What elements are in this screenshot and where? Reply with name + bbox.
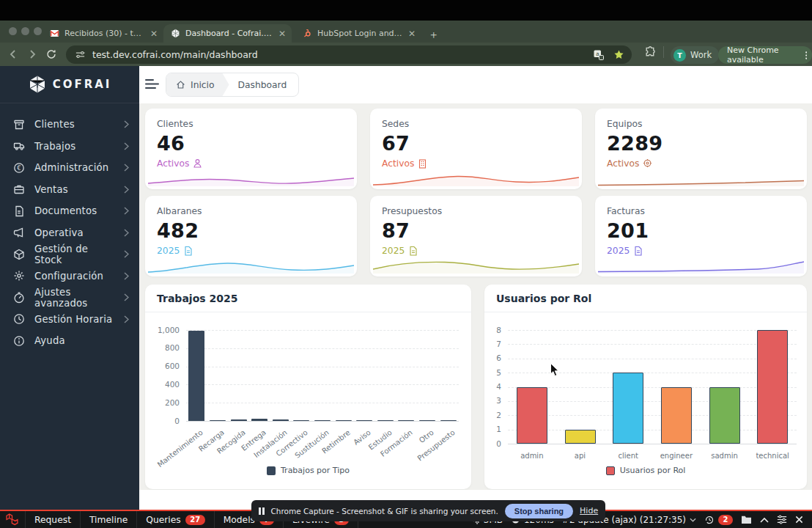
sidebar-item-gesti-n-de-stock[interactable]: Gestión de Stock [0,243,139,265]
sidebar-item-label: Gestión de Stock [34,243,114,265]
y-tick-label: 600 [145,362,180,370]
card-title: Albaranes [157,206,345,216]
breadcrumb: Inicio Dashboard [166,73,299,97]
bar-instalación[interactable] [273,419,289,421]
sidebar-item-ajustes-avanzados[interactable]: Ajustes avanzados [0,287,139,309]
bar-recogida[interactable] [231,419,247,421]
debugbar-tab-request[interactable]: Request [25,511,81,528]
sidebar-item-configuraci-n[interactable]: Configuración [0,265,139,287]
bar-presupuesto[interactable] [440,420,457,422]
hubspot-favicon [303,29,312,38]
tab-cofrai-dashboard[interactable]: Dashboard - Cofrai.com Soft ✕ [163,24,292,43]
bar-api[interactable] [565,430,596,444]
forward-icon[interactable] [26,48,38,60]
gridline [508,415,797,416]
hamburger-menu-icon[interactable] [145,78,159,89]
sparkline [373,167,579,186]
traffic-light-close[interactable] [9,27,17,35]
sidebar-menu: Clientes Trabajos€ Administración Ventas… [0,103,139,352]
address-bar[interactable]: test.dev.cofrai.com/main/dashboard a [66,45,632,64]
extensions-puzzle-icon[interactable] [644,45,657,58]
y-tick-label: 8 [484,326,501,334]
sparkline [148,167,354,186]
sales-briefcase-icon [13,183,25,195]
trabajos-chart-plot[interactable]: 02004006008001,000MantenimientoRecargaRe… [145,312,471,459]
bar-sustitución[interactable] [314,420,331,422]
bar-formación[interactable] [398,420,414,422]
sidebar-item-trabajos[interactable]: Trabajos [0,136,139,158]
bar-engineer[interactable] [661,387,692,444]
collapse-up-icon[interactable] [760,517,769,523]
chevron-right-icon [124,164,129,172]
chart-legend[interactable]: Usuarios por Rol [484,466,807,475]
bar-recarga[interactable] [210,420,226,422]
sidebar-item-label: Configuración [34,271,114,282]
bar-aviso[interactable] [356,420,372,422]
stop-sharing-button[interactable]: Stop sharing [505,504,573,518]
chevron-right-icon [124,315,129,323]
bookmark-star-icon[interactable] [613,49,624,60]
sidebar-item-documentos[interactable]: Documentos [0,200,139,222]
legend-label: Usuarios por Rol [620,466,686,475]
sidebar-item-ayuda[interactable]: Ayuda [0,330,139,352]
sidebar-item-clientes[interactable]: Clientes [0,114,139,136]
site-info-icon[interactable] [75,49,86,60]
gridline [508,359,797,359]
bar-correctivo[interactable] [293,420,309,422]
bar-admin[interactable] [517,387,547,444]
debugbar-tab-queries[interactable]: Queries27 [137,511,214,528]
tab-close-icon[interactable]: ✕ [278,29,286,38]
settings-sliders-icon[interactable] [777,515,787,524]
gridline [186,348,459,349]
close-icon[interactable] [795,516,803,524]
back-icon[interactable] [7,48,19,60]
sparkline [598,167,804,186]
profile-chip[interactable]: T Work [671,46,719,64]
history-button[interactable]: 2 [704,515,733,525]
tab-hubspot[interactable]: HubSpot Login and Sign in ✕ [295,24,421,43]
bar-entrega[interactable] [251,419,267,421]
browser-tab-strip: Recibidos (30) - tduclos@co ✕ Dashboard … [0,21,812,43]
stock-package-icon [13,249,25,260]
bar-sadmin[interactable] [709,387,740,444]
tab-close-icon[interactable]: ✕ [408,29,416,38]
y-tick-label: 1,000 [145,326,180,334]
breadcrumb-home[interactable]: Inicio [166,73,229,96]
bar-mantenimiento[interactable] [188,331,204,421]
sidebar-item-gesti-n-horaria[interactable]: Gestión Horaria [0,309,139,331]
debugbar-tab-timeline[interactable]: Timeline [81,511,137,528]
sidebar-item-operativa[interactable]: Operativa [0,222,139,244]
reload-icon[interactable] [45,48,57,60]
kebab-menu-icon[interactable] [805,51,807,60]
new-tab-button[interactable]: ＋ [428,28,439,42]
usuarios-chart-plot[interactable]: 012345678adminapiclientengineersadmintec… [484,312,807,459]
card-title: Clientes [157,119,345,129]
y-tick-label: 800 [145,343,180,352]
chrome-update-button[interactable]: New Chrome available [718,46,812,64]
sidebar-item-administraci-n[interactable]: € Administración [0,157,139,179]
y-tick-label: 6 [484,353,501,362]
breadcrumb-current[interactable]: Dashboard [229,73,299,96]
operations-megaphone-icon [13,227,25,238]
chevron-right-icon [124,142,129,150]
sidebar-item-ventas[interactable]: Ventas [0,179,139,201]
bar-otro[interactable] [419,420,435,422]
dashboard-content: Clientes 46 Activos Sedes 67 Activos Equ… [139,103,812,490]
folder-icon[interactable] [741,515,752,524]
card-title: Facturas [607,206,795,216]
hide-link[interactable]: Hide [580,506,598,516]
bar-client[interactable] [613,373,643,444]
tab-close-icon[interactable]: ✕ [150,29,158,38]
traffic-light-minimize[interactable] [21,27,29,35]
gridline [508,387,797,388]
laravel-logo-icon[interactable] [6,513,18,526]
bar-technical[interactable] [757,330,788,444]
bar-estudio[interactable] [377,420,394,422]
y-tick-label: 400 [145,380,180,389]
tab-gmail[interactable]: Recibidos (30) - tduclos@co ✕ [43,24,163,43]
traffic-light-zoom[interactable] [34,27,42,35]
translate-icon[interactable]: a [593,49,605,61]
sidebar-logo[interactable]: COFRAI [0,66,139,103]
clients-icon [13,119,25,131]
bar-retimbre[interactable] [336,420,352,422]
